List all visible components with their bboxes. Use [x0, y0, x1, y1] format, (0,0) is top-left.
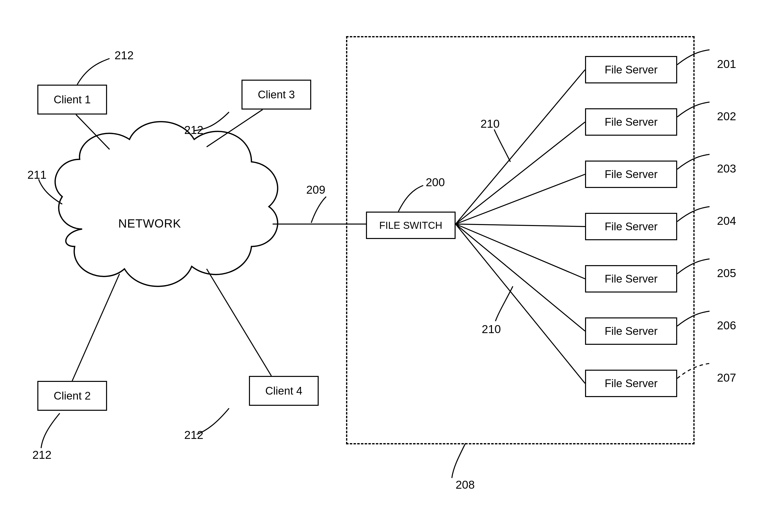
ref-210-top: 210	[480, 117, 500, 130]
file-server-5-label: File Server	[605, 273, 658, 285]
file-server-3-label: File Server	[605, 168, 658, 181]
ref-209: 209	[306, 183, 325, 196]
file-server-1: File Server	[585, 56, 677, 83]
client-3: Client 3	[241, 80, 311, 110]
client-4: Client 4	[249, 376, 319, 406]
ref-205: 205	[717, 267, 736, 280]
network-cloud	[55, 122, 278, 286]
ref-206: 206	[717, 319, 736, 332]
file-server-4: File Server	[585, 213, 677, 240]
ref-204: 204	[717, 214, 736, 227]
file-server-2-label: File Server	[605, 116, 658, 128]
ref-202: 202	[717, 110, 736, 123]
client-1: Client 1	[37, 85, 107, 114]
client-3-label: Client 3	[258, 88, 295, 101]
svg-line-2	[72, 274, 119, 381]
ref-212-c1: 212	[115, 48, 134, 62]
client-2-label: Client 2	[53, 390, 91, 402]
file-server-2: File Server	[585, 108, 677, 136]
file-server-3: File Server	[585, 161, 677, 188]
svg-line-0	[76, 114, 110, 149]
file-server-5: File Server	[585, 265, 677, 293]
file-server-1-label: File Server	[605, 64, 658, 76]
ref-208: 208	[456, 478, 475, 492]
file-server-7: File Server	[585, 370, 677, 397]
file-switch-label: FILE SWITCH	[379, 220, 442, 231]
file-switch: FILE SWITCH	[366, 212, 456, 239]
network-label: NETWORK	[118, 217, 181, 230]
ref-212-c2: 212	[32, 448, 51, 461]
ref-200: 200	[426, 176, 445, 189]
ref-207: 207	[717, 371, 736, 385]
ref-201: 201	[717, 57, 736, 71]
diagram-stage: NETWORK Client 1 Client 3 Client 2 Clien…	[0, 0, 777, 532]
ref-211: 211	[27, 168, 46, 182]
svg-line-1	[207, 110, 263, 147]
ref-203: 203	[717, 162, 736, 175]
client-4-label: Client 4	[265, 385, 302, 397]
svg-line-3	[207, 269, 271, 376]
ref-210-bottom: 210	[482, 322, 501, 336]
file-server-4-label: File Server	[605, 220, 658, 233]
client-1-label: Client 1	[53, 93, 91, 106]
file-server-6: File Server	[585, 317, 677, 345]
client-2: Client 2	[37, 381, 107, 411]
file-server-6-label: File Server	[605, 325, 658, 337]
ref-212-c4: 212	[184, 428, 203, 442]
file-server-7-label: File Server	[605, 377, 658, 390]
ref-212-c3: 212	[184, 123, 203, 137]
